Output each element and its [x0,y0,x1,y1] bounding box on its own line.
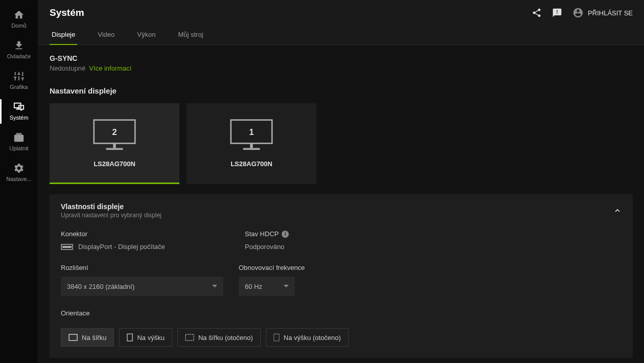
panel-header[interactable]: Vlastnosti displeje Upravit nastavení pr… [50,194,633,227]
svg-rect-7 [243,148,260,150]
chevron-down-icon [284,284,289,289]
monitor-icon [13,101,25,112]
gsync-more-link[interactable]: Více informací [89,64,131,72]
refresh-label: Obnovovací frekvence [239,264,305,271]
nav-label: Domů [11,22,26,29]
display-properties-panel: Vlastnosti displeje Upravit nastavení pr… [50,194,633,358]
tab-displays[interactable]: Displeje [50,26,77,44]
svg-rect-11 [127,334,132,341]
gsync-block: G-SYNC Nedostupné Více informací [50,54,633,72]
nav-home[interactable]: Domů [0,4,38,35]
hdcp-value: Podporováno [245,243,289,251]
svg-rect-3 [113,143,116,148]
gift-icon [13,132,25,143]
download-icon [13,40,25,51]
tab-my-rig[interactable]: Můj stroj [176,26,205,44]
chevron-down-icon [212,284,217,289]
display-card-2[interactable]: 2 LS28AG700N [50,103,179,184]
nav-graphics[interactable]: Grafika [0,65,38,96]
gsync-status-line: Nedostupné Více informací [50,64,633,72]
monitor-icon: 1 [228,118,275,151]
nav-label: Ovladače [7,53,31,59]
nav-label: Uplatnit [9,145,28,151]
connector-value: DisplayPort - Displej počítače [61,243,229,251]
hdcp-label: Stav HDCP i [245,230,289,238]
monitor-icon: 2 [91,118,138,151]
header-actions: PŘIHLÁSIT SE [532,7,633,18]
user-icon [572,7,584,18]
connector-label: Konektor [61,230,229,238]
panel-subtitle: Upravit nastavení pro vybraný displej [61,212,162,219]
svg-rect-10 [69,334,77,341]
displayport-icon [61,244,73,250]
sidebar: Domů Ovladače Grafika Systém Uplatnit Na… [0,0,38,363]
display-name: LS28AG700N [94,160,135,168]
landscape-flipped-icon [185,334,194,341]
chevron-up-icon [613,207,622,215]
share-icon[interactable] [532,8,542,18]
panel-body: Konektor DisplayPort - Displej počítače … [50,227,633,358]
display-number: 1 [249,127,254,137]
nav-label: Systém [10,115,29,121]
login-button[interactable]: PŘIHLÁSIT SE [572,7,633,18]
nav-redeem[interactable]: Uplatnit [0,127,38,157]
svg-rect-9 [62,246,72,248]
orientation-portrait-flipped[interactable]: Na výšku (otočeno) [266,328,349,347]
nav-drivers[interactable]: Ovladače [0,35,38,65]
page-title: Systém [50,7,84,18]
portrait-flipped-icon [273,333,280,342]
svg-rect-6 [250,143,252,148]
svg-rect-13 [274,334,279,341]
refresh-select[interactable]: 60 Hz [239,277,295,296]
landscape-icon [68,334,78,341]
display-number: 2 [112,127,117,137]
portrait-icon [127,333,133,342]
nav-label: Nastave... [6,176,32,182]
login-label: PŘIHLÁSIT SE [588,9,633,17]
orientation-label: Orientace [61,309,622,317]
tabs: Displeje Video Výkon Můj stroj [38,26,644,45]
nav-system[interactable]: Systém [0,96,38,127]
gear-icon [13,163,25,174]
orientation-group: Na šířku Na výšku Na šířku (otočeno) [61,328,622,347]
svg-rect-4 [106,148,123,150]
nav-label: Grafika [10,84,28,90]
displays-section-title: Nastavení displeje [50,86,633,95]
panel-title: Vlastnosti displeje [61,202,162,211]
feedback-icon[interactable] [552,8,562,18]
orientation-landscape-flipped[interactable]: Na šířku (otočeno) [177,328,261,347]
main: Systém PŘIHLÁSIT SE Displeje Video Výkon… [38,0,644,363]
display-name: LS28AG700N [231,160,272,168]
gsync-status: Nedostupné [50,64,85,72]
resolution-label: Rozlišení [61,264,223,271]
content: G-SYNC Nedostupné Více informací Nastave… [38,45,644,363]
home-icon [13,9,25,20]
header: Systém PŘIHLÁSIT SE [38,0,644,26]
sliders-icon [13,71,25,82]
tab-video[interactable]: Video [96,26,117,44]
resolution-select[interactable]: 3840 x 2160 (základní) [61,277,223,296]
tab-performance[interactable]: Výkon [135,26,157,44]
svg-rect-12 [186,334,194,341]
nav-settings[interactable]: Nastave... [0,157,38,188]
orientation-portrait[interactable]: Na výšku [119,328,172,347]
gsync-title: G-SYNC [50,54,633,62]
info-icon[interactable]: i [282,231,289,238]
display-cards: 2 LS28AG700N 1 LS28AG700N [50,103,633,184]
orientation-landscape[interactable]: Na šířku [61,328,114,347]
display-card-1[interactable]: 1 LS28AG700N [187,103,316,184]
